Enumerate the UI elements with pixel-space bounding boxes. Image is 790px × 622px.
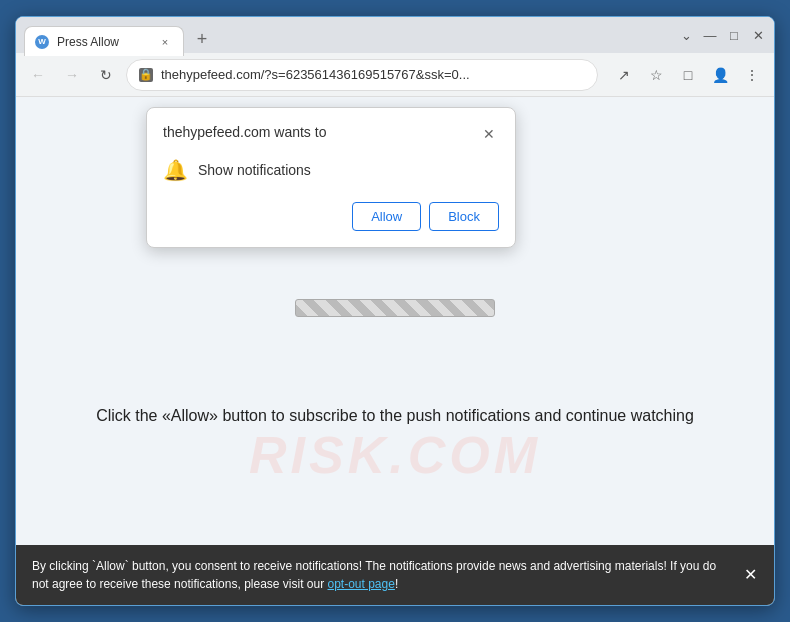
banner-text-after-link: ! — [395, 577, 398, 591]
banner-close-button[interactable]: ✕ — [738, 563, 762, 587]
forward-button[interactable]: → — [58, 61, 86, 89]
opt-out-link[interactable]: opt-out page — [328, 577, 395, 591]
loading-bar-area — [295, 299, 495, 317]
new-tab-button[interactable]: + — [188, 25, 216, 53]
window-minimize-button[interactable]: — — [702, 27, 718, 43]
bookmark-button[interactable]: ☆ — [642, 61, 670, 89]
show-notifications-text: Show notifications — [198, 162, 311, 178]
profile-button[interactable]: 👤 — [706, 61, 734, 89]
window-close-button[interactable]: ✕ — [750, 27, 766, 43]
browser-window: W Press Allow × + ⌄ — □ ✕ ← → ↻ 🔒 thehyp… — [15, 16, 775, 606]
navigation-bar: ← → ↻ 🔒 thehypefeed.com/?s=6235614361695… — [16, 53, 774, 97]
window-maximize-button[interactable]: □ — [726, 27, 742, 43]
loading-bar — [295, 299, 495, 317]
extensions-button[interactable]: □ — [674, 61, 702, 89]
tab-favicon: W — [35, 35, 49, 49]
popup-title: thehypefeed.com wants to — [163, 124, 326, 140]
popup-close-button[interactable]: ✕ — [479, 124, 499, 144]
nav-icons: ↗ ☆ □ 👤 ⋮ — [610, 61, 766, 89]
browser-tab[interactable]: W Press Allow × — [24, 26, 184, 56]
popup-header: thehypefeed.com wants to ✕ — [163, 124, 499, 144]
page-content: thehypefeed.com wants to ✕ 🔔 Show notifi… — [16, 97, 774, 545]
window-controls: ⌄ — □ ✕ — [678, 27, 766, 43]
block-button[interactable]: Block — [429, 202, 499, 231]
notification-popup: thehypefeed.com wants to ✕ 🔔 Show notifi… — [146, 107, 516, 248]
page-instruction: Click the «Allow» button to subscribe to… — [16, 407, 774, 425]
popup-notification-row: 🔔 Show notifications — [163, 158, 499, 182]
address-text: thehypefeed.com/?s=623561436169515767&ss… — [161, 67, 585, 82]
bell-icon: 🔔 — [163, 158, 188, 182]
menu-button[interactable]: ⋮ — [738, 61, 766, 89]
popup-buttons: Allow Block — [163, 202, 499, 231]
window-collapse-button[interactable]: ⌄ — [678, 27, 694, 43]
lock-icon: 🔒 — [139, 68, 153, 82]
share-button[interactable]: ↗ — [610, 61, 638, 89]
risk-watermark: RISK.COM — [249, 425, 541, 485]
bottom-banner: By clicking `Allow` button, you consent … — [16, 545, 774, 605]
title-bar: W Press Allow × + ⌄ — □ ✕ — [16, 17, 774, 53]
allow-button[interactable]: Allow — [352, 202, 421, 231]
tab-title: Press Allow — [57, 35, 149, 49]
back-button[interactable]: ← — [24, 61, 52, 89]
tab-area: W Press Allow × + — [24, 17, 672, 53]
address-bar[interactable]: 🔒 thehypefeed.com/?s=623561436169515767&… — [126, 59, 598, 91]
reload-button[interactable]: ↻ — [92, 61, 120, 89]
tab-close-button[interactable]: × — [157, 34, 173, 50]
